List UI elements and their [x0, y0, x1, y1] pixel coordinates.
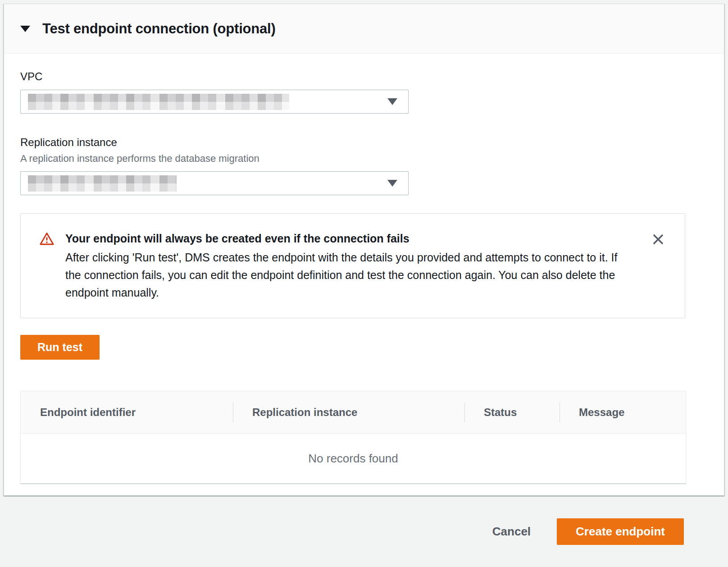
create-endpoint-button[interactable]: Create endpoint: [557, 518, 684, 545]
warning-alert: Your endpoint will always be created eve…: [20, 213, 685, 318]
test-endpoint-connection-card: Test endpoint connection (optional) VPC …: [4, 4, 724, 496]
warning-alert-body: After clicking 'Run test', DMS creates t…: [65, 249, 635, 302]
vpc-select[interactable]: [20, 90, 409, 114]
warning-alert-text: Your endpoint will always be created eve…: [65, 231, 635, 302]
replication-instance-field: Replication instance A replication insta…: [20, 136, 684, 195]
table-empty-state: No records found: [21, 434, 686, 483]
connection-test-results-table: Endpoint identifier Replication instance…: [20, 391, 686, 484]
table-header-row: Endpoint identifier Replication instance…: [21, 391, 686, 434]
replication-instance-label: Replication instance: [20, 136, 684, 149]
vpc-field: VPC: [20, 70, 684, 114]
section-content: VPC Replication instance A replication i…: [4, 54, 724, 484]
close-icon[interactable]: [651, 233, 665, 246]
replication-instance-description: A replication instance performs the data…: [20, 153, 684, 165]
column-header-message: Message: [560, 406, 686, 419]
column-header-endpoint-identifier: Endpoint identifier: [21, 406, 233, 419]
column-header-status: Status: [464, 406, 560, 419]
vpc-selected-value-redacted: [28, 94, 289, 110]
warning-alert-title: Your endpoint will always be created eve…: [65, 231, 635, 246]
warning-triangle-icon: [39, 232, 55, 246]
column-header-replication-instance: Replication instance: [233, 406, 464, 419]
chevron-down-icon: [387, 180, 397, 187]
form-actions-footer: Cancel Create endpoint: [0, 496, 728, 567]
collapse-caret-icon: [20, 26, 30, 32]
cancel-button[interactable]: Cancel: [492, 525, 531, 539]
section-header-test-endpoint-connection[interactable]: Test endpoint connection (optional): [4, 4, 724, 54]
section-title: Test endpoint connection (optional): [42, 21, 276, 37]
chevron-down-icon: [387, 98, 397, 105]
run-test-button[interactable]: Run test: [20, 335, 100, 360]
replication-instance-select[interactable]: [20, 171, 409, 195]
replication-instance-selected-value-redacted: [28, 175, 177, 192]
vpc-label: VPC: [20, 70, 684, 83]
